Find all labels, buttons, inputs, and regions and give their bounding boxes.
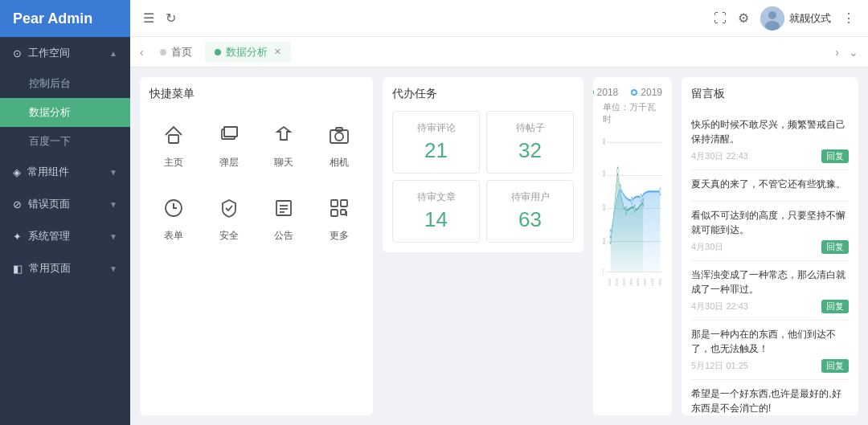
sidebar-item-errors[interactable]: ⊘ 错误页面 ▼ [0,188,130,220]
sidebar-item-baidu[interactable]: 百度一下 [0,127,130,156]
menu-icon[interactable]: ☰ [143,10,154,26]
quick-home-label: 主页 [164,156,183,170]
msg-text-5: 那是一种内在的东西，他们到达不了，也无法触及！ [691,327,849,356]
chart-container: 400 300 200 100 0 [603,132,662,292]
tab-data-close[interactable]: ✕ [274,47,281,57]
topbar-left: ☰ ↻ [143,10,176,26]
msg-reply-1[interactable]: 回复 [821,149,849,163]
svg-rect-20 [341,210,346,215]
svg-point-1 [768,11,776,19]
user-info[interactable]: 就靓仪式 [760,6,831,31]
sidebar-item-components[interactable]: ◈ 常用组件 ▼ [0,156,130,188]
tasks-title: 代办任务 [392,87,574,101]
svg-text:6月: 6月 [644,279,645,288]
content-area: 快捷菜单 主页 [130,67,868,425]
svg-text:2月: 2月 [616,279,617,288]
svg-point-2 [765,21,780,31]
pages-label: 常用页面 [29,261,71,276]
quick-item-form[interactable]: 表单 [149,184,199,251]
main-content: ☰ ↻ ⛶ ⚙ 就靓仪式 ⋮ ‹ 首页 [130,0,868,425]
components-label: 常用组件 [27,165,69,179]
message-board-title: 留言板 [691,87,849,101]
fullscreen-icon[interactable]: ⛶ [714,11,727,26]
msg-reply-5[interactable]: 回复 [821,359,849,373]
task-user-label: 待审用户 [511,190,550,204]
legend-2018: 2018 [593,87,618,98]
baidu-label: 百度一下 [29,135,71,147]
svg-point-34 [617,167,618,174]
task-review-user[interactable]: 待审用户 63 [486,180,574,243]
msg-reply-4[interactable]: 回复 [821,300,849,313]
msg-text-1: 快乐的时候不敢尽兴，频繁警戒自己保持清醒。 [691,117,849,146]
task-article-value: 14 [424,207,448,232]
task-post-label: 待帖子 [516,121,545,135]
quick-item-more[interactable]: 更多 [315,184,364,251]
msg-item-4: 当浑浊变成了一种常态，那么清白就成了一种罪过。 4月30日 22:43 回复 [691,261,849,321]
settings-icon[interactable]: ⚙ [738,10,749,26]
legend-2019: 2019 [631,87,662,98]
quick-item-chat[interactable]: 聊天 [260,111,309,178]
username: 就靓仪式 [789,11,831,26]
svg-text:100: 100 [603,238,605,247]
tab-nav-right[interactable]: › [832,46,842,59]
sidebar-item-pages[interactable]: ◧ 常用页面 ▼ [0,252,130,284]
msg-footer-3: 4月30日 回复 [691,240,849,254]
quick-item-camera[interactable]: 相机 [315,111,364,178]
task-review-post[interactable]: 待帖子 32 [486,111,574,174]
quick-layer-label: 弹层 [219,156,239,170]
quick-item-home[interactable]: 主页 [149,111,199,178]
msg-text-3: 看似不可达到的高度，只要坚持不懈就可能到达。 [691,208,849,237]
sidebar-item-system[interactable]: ✦ 系统管理 ▼ [0,220,130,252]
msg-item-5: 那是一种内在的东西，他们到达不了，也无法触及！ 5月12日 01:25 回复 [691,321,849,380]
system-icon: ✦ [13,231,22,243]
quick-menu-grid: 主页 弹层 [149,111,363,251]
sidebar: Pear Admin ⊙ 工作空间 ▲ 控制后台 数据分析 百度一下 ◈ 常用组… [0,0,130,425]
msg-text-4: 当浑浊变成了一种常态，那么清白就成了一种罪过。 [691,268,849,296]
tab-nav-left[interactable]: ‹ [137,46,147,59]
more-grid-icon [323,192,355,224]
quick-chat-label: 聊天 [274,156,293,170]
task-review-comment[interactable]: 待审评论 21 [392,111,480,174]
sidebar-item-control[interactable]: 控制后台 [0,69,130,98]
svg-point-42 [660,188,661,195]
topbar-right: ⛶ ⚙ 就靓仪式 ⋮ [714,6,855,31]
task-review-article[interactable]: 待审文章 14 [392,180,480,243]
msg-item-6: 希望是一个好东西,也许是最好的,好东西是不会消亡的! 6月11日 15:33 回… [691,380,849,415]
form-icon [158,192,190,224]
task-article-label: 待审文章 [417,190,456,204]
msg-time-3: 4月30日 [691,241,723,253]
quick-item-notice[interactable]: 公告 [260,184,309,251]
quick-notice-label: 公告 [274,229,293,243]
sidebar-item-workspace[interactable]: ⊙ 工作空间 ▲ [0,37,130,69]
svg-text:4月: 4月 [630,279,632,288]
svg-marker-7 [277,127,290,140]
svg-text:200: 200 [603,203,605,212]
tab-nav-menu[interactable]: ⌄ [845,46,862,59]
sidebar-item-data[interactable]: 数据分析 [0,98,130,127]
svg-text:3月: 3月 [623,279,624,288]
svg-rect-5 [224,127,237,137]
msg-footer-4: 4月30日 22:43 回复 [691,300,849,313]
tasks-panel: 代办任务 待审评论 21 待帖子 32 待审文章 14 待审 [383,77,583,252]
chart-panel: 2018 2019 单位：万千瓦时 400 300 200 100 0 [593,77,672,415]
tab-home[interactable]: 首页 [150,42,202,63]
data-label: 数据分析 [29,106,71,118]
svg-rect-18 [341,200,347,206]
chart-legend: 2018 2019 [603,87,662,98]
msg-time-5: 5月12日 01:25 [691,360,748,372]
topbar: ☰ ↻ ⛶ ⚙ 就靓仪式 ⋮ [130,0,868,37]
msg-reply-3[interactable]: 回复 [821,240,849,254]
refresh-icon[interactable]: ↻ [166,10,176,26]
quick-item-security[interactable]: 安全 [205,184,254,251]
svg-rect-10 [336,128,342,131]
tab-data[interactable]: 数据分析 ✕ [205,42,291,63]
pages-icon: ◧ [13,263,23,275]
quick-item-layer[interactable]: 弹层 [205,111,254,178]
task-grid: 待审评论 21 待帖子 32 待审文章 14 待审用户 63 [392,111,574,243]
msg-item-1: 快乐的时候不敢尽兴，频繁警戒自己保持清醒。 4月30日 22:43 回复 [691,111,849,170]
svg-point-38 [610,230,611,237]
sidebar-logo: Pear Admin [0,0,130,37]
tab-data-label: 数据分析 [226,45,268,59]
chart-unit: 单位：万千瓦时 [603,101,662,125]
more-icon[interactable]: ⋮ [842,10,855,26]
